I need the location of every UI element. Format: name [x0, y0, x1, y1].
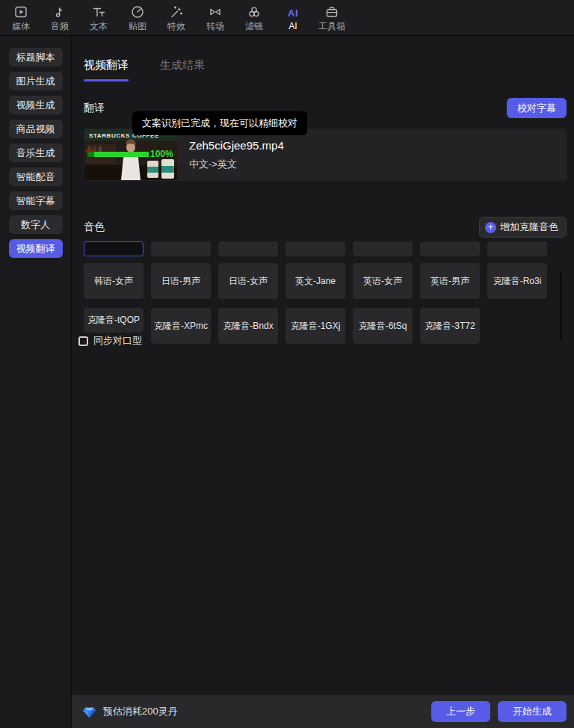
sidebar-item-title-script[interactable]: 标题脚本: [9, 48, 63, 67]
transition-icon: [208, 4, 223, 19]
voice-option[interactable]: 克隆音-XPmc: [151, 308, 211, 344]
progress-bar: [87, 152, 149, 157]
sidebar-item-product-video[interactable]: 商品视频: [9, 120, 63, 138]
language-pair: 中文->英文: [189, 158, 284, 171]
media-icon: [13, 4, 28, 19]
voice-category-tab[interactable]: [487, 241, 547, 256]
footer-bar: 预估消耗200灵丹 上一步 开始生成: [72, 695, 574, 728]
clone-voice-cell: 克隆音-tQOP 同步对口型: [84, 308, 144, 348]
video-filename: Zeh5ciGjee95.mp4: [189, 139, 284, 152]
voice-option[interactable]: 克隆音-1GXj: [286, 308, 345, 344]
voice-grid-row-2: 克隆音-tQOP 同步对口型 克隆音-XPmc 克隆音-Bndx 克隆音-1GX…: [84, 308, 567, 348]
panel-tabs: 视频翻译 生成结果: [84, 58, 567, 81]
tab-generated-results[interactable]: 生成结果: [160, 58, 205, 81]
proofread-subtitles-button[interactable]: 校对字幕: [507, 98, 567, 118]
voice-option[interactable]: 克隆音-Ro3i: [487, 263, 547, 299]
toolbar-item-sticker[interactable]: 贴图: [118, 3, 157, 33]
voice-category-tab[interactable]: [286, 241, 345, 256]
voice-option[interactable]: 克隆音-6tSq: [353, 308, 413, 344]
lipsync-checkbox[interactable]: [78, 336, 88, 346]
main-panel: 视频翻译 生成结果 翻译 校对字幕 文案识别已完成，现在可以精细校对 STARB…: [72, 36, 574, 728]
voice-option[interactable]: 克隆音-Bndx: [218, 308, 278, 344]
add-clone-voice-button[interactable]: + 增加克隆音色: [479, 217, 567, 238]
recognition-complete-tooltip: 文案识别已完成，现在可以精细校对: [132, 111, 307, 135]
toolbar-item-effects[interactable]: 特效: [157, 3, 196, 33]
ai-icon: AI: [288, 5, 298, 20]
tab-video-translate[interactable]: 视频翻译: [84, 58, 129, 81]
voice-grid-row-1: 韩语-女声 日语-男声 日语-女声 英文-Jane 英语-女声 英语-男声 克隆…: [84, 263, 567, 299]
progress-percent: 100%: [150, 149, 173, 159]
voice-option[interactable]: 克隆音-3T72: [420, 308, 480, 344]
plus-icon: +: [485, 222, 496, 233]
previous-step-button[interactable]: 上一步: [431, 701, 490, 722]
filter-icon: [247, 4, 262, 19]
toolbar-item-audio[interactable]: 音频: [40, 3, 79, 33]
feature-sidebar: 标题脚本 图片生成 视频生成 商品视频 音乐生成 智能配音 智能字幕 数字人 视…: [0, 36, 72, 728]
sidebar-item-image-gen[interactable]: 图片生成: [9, 72, 63, 90]
toolbar-item-filter[interactable]: 滤镜: [235, 3, 274, 33]
toolbar-item-text[interactable]: 文本: [79, 3, 118, 33]
voice-section-title: 音色: [84, 220, 105, 234]
sidebar-item-digital-human[interactable]: 数字人: [9, 215, 63, 234]
sticker-icon: [130, 4, 145, 19]
active-tab-underline: [84, 79, 129, 81]
sidebar-item-music-gen[interactable]: 音乐生成: [9, 144, 63, 162]
effects-icon: [169, 4, 184, 19]
scrollbar-thumb[interactable]: [560, 272, 562, 341]
voice-option[interactable]: 克隆音-tQOP: [84, 308, 144, 333]
video-thumbnail: STARBUCKS COFFEE: [84, 129, 177, 180]
voice-option[interactable]: 日语-男声: [151, 263, 211, 299]
voice-category-tab[interactable]: [353, 241, 413, 256]
top-toolbar: 媒体 音频 文本 贴图 特效: [0, 0, 574, 36]
sidebar-item-ai-dubbing[interactable]: 智能配音: [9, 167, 63, 186]
lipsync-toggle[interactable]: 同步对口型: [78, 334, 144, 348]
translate-section-title: 翻译: [84, 102, 105, 115]
start-generate-button[interactable]: 开始生成: [498, 701, 567, 722]
voice-category-tab[interactable]: [151, 241, 211, 256]
voice-category-tab[interactable]: [420, 241, 480, 256]
voice-category-tab-selected[interactable]: [84, 241, 144, 256]
toolbar-item-toolbox[interactable]: 工具箱: [312, 3, 351, 33]
voice-category-row: [84, 241, 567, 256]
voice-option[interactable]: 日语-女声: [218, 263, 278, 299]
voice-option[interactable]: 英语-女声: [353, 263, 413, 299]
voice-option[interactable]: 英文-Jane: [286, 263, 345, 299]
upload-progress: 100%: [87, 149, 173, 159]
toolbar-item-media[interactable]: 媒体: [1, 3, 40, 33]
toolbar-item-ai[interactable]: AI AI: [274, 4, 312, 31]
voice-category-tab[interactable]: [218, 241, 278, 256]
voice-option[interactable]: 英语-男声: [420, 263, 480, 299]
sidebar-item-video-translate[interactable]: 视频翻译: [9, 239, 63, 258]
app-window: 媒体 音频 文本 贴图 特效: [0, 0, 574, 728]
toolbox-icon: [324, 4, 339, 19]
text-icon: [91, 4, 106, 19]
diamond-icon: [82, 705, 96, 719]
toolbar-item-transition[interactable]: 转场: [196, 3, 235, 33]
lipsync-label: 同步对口型: [93, 334, 142, 348]
sidebar-item-ai-subtitle[interactable]: 智能字幕: [9, 191, 63, 210]
video-card[interactable]: STARBUCKS COFFEE: [84, 129, 567, 181]
estimated-cost-text: 预估消耗200灵丹: [103, 705, 178, 718]
voice-option[interactable]: 韩语-女声: [84, 263, 144, 299]
audio-icon: [52, 4, 67, 19]
sidebar-item-video-gen[interactable]: 视频生成: [9, 96, 63, 114]
